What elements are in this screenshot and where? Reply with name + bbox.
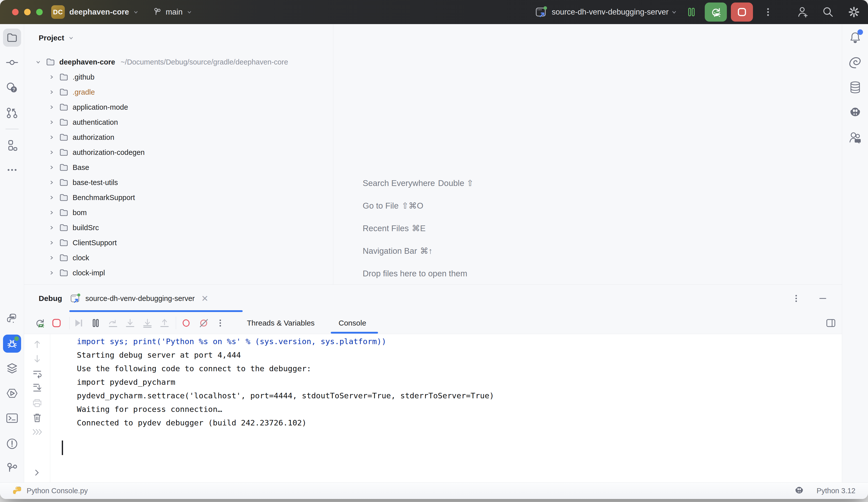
chevron-collapsed-icon[interactable] (48, 119, 55, 126)
tree-row[interactable]: application-mode (24, 100, 333, 115)
layout-settings-icon[interactable] (825, 317, 836, 328)
hide-tool-window-icon[interactable] (818, 294, 827, 303)
version-control-tool-button[interactable] (6, 462, 19, 475)
rerun-button[interactable] (34, 317, 46, 329)
ai-assistant-button[interactable] (848, 55, 862, 70)
services-tool-button[interactable] (6, 362, 19, 375)
chevron-collapsed-icon[interactable] (48, 74, 55, 81)
structure-tool-button[interactable] (6, 139, 18, 152)
pause-button[interactable] (686, 6, 697, 18)
pull-requests-tool-button[interactable] (6, 106, 19, 119)
run-config-name[interactable]: source-dh-venv-debugging-server (552, 8, 669, 17)
commit-tool-button[interactable] (6, 56, 19, 69)
tree-row[interactable]: .gradle (24, 85, 333, 100)
project-tool-button[interactable] (3, 29, 21, 47)
stop-button[interactable] (731, 2, 753, 22)
tree-row-root[interactable]: deephaven-core ~/Documents/Debug/source/… (24, 54, 333, 70)
tree-row[interactable]: authorization-codegen (24, 145, 333, 160)
console-prompt-chevron-icon[interactable] (32, 468, 42, 478)
tree-row[interactable]: authorization (24, 130, 333, 145)
stop-debug-button[interactable] (51, 317, 62, 329)
python-console-tool-button[interactable] (6, 313, 18, 325)
scroll-to-end-icon[interactable] (32, 382, 43, 393)
project-panel-header[interactable]: Project (39, 29, 74, 47)
step-into-button[interactable] (124, 317, 136, 329)
step-out-button[interactable] (159, 317, 170, 329)
mute-breakpoints-button[interactable] (198, 317, 209, 329)
ellipsis-icon (6, 164, 19, 176)
tree-row[interactable]: authentication (24, 115, 333, 130)
notifications-button[interactable] (848, 31, 862, 44)
expand-prompt-icon[interactable] (31, 427, 43, 437)
debug-session-tab[interactable]: source-dh-venv-debugging-server ✕ (69, 285, 208, 312)
github-copilot-button[interactable] (848, 106, 862, 120)
chevron-collapsed-icon[interactable] (48, 209, 55, 216)
tab-console[interactable]: Console (339, 312, 366, 334)
chevron-collapsed-icon[interactable] (48, 164, 55, 171)
minimize-window-button[interactable] (24, 9, 31, 15)
search-icon[interactable] (822, 6, 834, 18)
tree-row[interactable]: clock-impl (24, 265, 333, 280)
chevron-collapsed-icon[interactable] (48, 104, 55, 111)
more-tool-windows-button[interactable] (6, 164, 19, 176)
tree-row[interactable]: BenchmarkSupport (24, 190, 333, 205)
down-stack-frame-icon[interactable] (32, 353, 43, 365)
chevron-collapsed-icon[interactable] (48, 224, 55, 231)
code-with-me-users-icon[interactable] (796, 6, 809, 18)
run-anything-tool-button[interactable] (5, 387, 19, 400)
copilot-status-icon[interactable] (794, 486, 805, 496)
commit-icon (6, 56, 19, 69)
chevron-collapsed-icon[interactable] (48, 269, 55, 276)
chevron-collapsed-icon[interactable] (48, 179, 55, 186)
more-actions-icon[interactable] (763, 7, 773, 17)
rerun-debug-button[interactable] (705, 2, 727, 22)
code-with-me-button[interactable] (848, 131, 862, 145)
chevron-collapsed-icon[interactable] (48, 88, 55, 96)
chevron-down-icon[interactable] (671, 9, 678, 15)
copilot-chat-tool-button[interactable]: ? (6, 81, 19, 94)
soft-wrap-icon[interactable] (32, 368, 43, 379)
branch-name: main (166, 8, 183, 17)
tree-row[interactable]: .github (24, 70, 333, 85)
chevron-collapsed-icon[interactable] (48, 194, 55, 201)
tree-row[interactable]: base-test-utils (24, 175, 333, 190)
chevron-collapsed-icon[interactable] (48, 134, 55, 141)
tree-row[interactable]: ClientSupport (24, 235, 333, 250)
chevron-expanded-icon[interactable] (35, 59, 42, 65)
chevron-collapsed-icon[interactable] (48, 239, 55, 246)
status-interpreter[interactable]: Python 3.12 (817, 487, 856, 495)
tree-row[interactable]: buildSrc (24, 220, 333, 235)
settings-gear-icon[interactable] (847, 6, 860, 19)
chevron-collapsed-icon[interactable] (48, 149, 55, 156)
tree-row[interactable]: Base (24, 160, 333, 175)
more-options-icon[interactable] (792, 294, 801, 303)
database-button[interactable] (848, 81, 862, 94)
branch-selector[interactable]: main (152, 7, 193, 17)
step-over-button[interactable] (107, 317, 119, 329)
console-output[interactable]: import sys; print('Python %s on %s' % (s… (51, 334, 842, 482)
pause-debug-button[interactable] (90, 317, 102, 329)
tree-row[interactable]: clock (24, 250, 333, 265)
folder-name: ClientSupport (73, 239, 117, 247)
tab-threads-variables[interactable]: Threads & Variables (247, 312, 315, 334)
pull-requests-icon (6, 106, 19, 119)
status-file-widget[interactable]: Python Console.py (12, 486, 87, 496)
force-step-into-button[interactable] (142, 317, 153, 329)
chevron-collapsed-icon[interactable] (48, 254, 55, 261)
zoom-window-button[interactable] (36, 9, 43, 15)
tree-row[interactable]: bom (24, 205, 333, 220)
project-selector[interactable]: deephaven-core (69, 8, 139, 17)
up-stack-frame-icon[interactable] (32, 338, 43, 349)
clear-console-icon[interactable] (32, 412, 43, 423)
close-tab-icon[interactable]: ✕ (201, 293, 208, 303)
resume-button[interactable] (73, 317, 84, 329)
debug-tool-button[interactable] (3, 335, 21, 353)
print-icon[interactable] (32, 397, 43, 408)
view-breakpoints-button[interactable] (180, 317, 192, 329)
toolbar-more-icon[interactable] (216, 318, 225, 327)
terminal-tool-button[interactable] (6, 412, 19, 425)
problems-tool-button[interactable] (6, 437, 19, 450)
editor-empty-area[interactable]: Search EverywhereDouble ⇧ Go to File⇧⌘O … (333, 24, 842, 284)
close-window-button[interactable] (12, 9, 19, 15)
status-bar: Python Console.py Python 3.12 (0, 482, 868, 499)
